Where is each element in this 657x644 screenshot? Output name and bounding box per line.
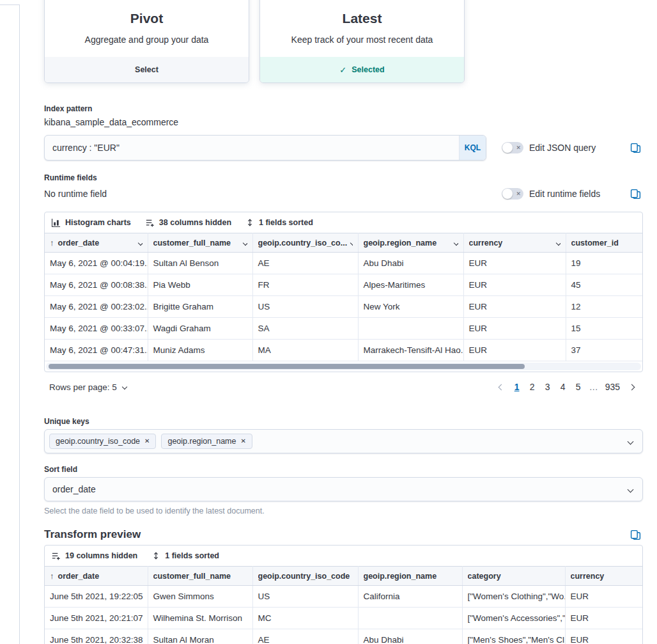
cell[interactable]: 15 xyxy=(566,318,642,340)
cell[interactable]: Muniz Adams xyxy=(148,340,252,361)
cell[interactable]: Brigitte Graham xyxy=(148,296,252,318)
cell[interactable]: AE xyxy=(252,629,358,644)
column-header-category[interactable]: category xyxy=(462,567,565,586)
cell[interactable]: May 6, 2021 @ 00:23:02... xyxy=(45,296,148,318)
chevron-down-icon[interactable] xyxy=(628,439,634,445)
cell[interactable]: EUR xyxy=(565,586,642,608)
fields-sorted-button[interactable]: 1 fields sorted xyxy=(245,218,313,227)
columns-hidden-button[interactable]: 19 columns hidden xyxy=(51,551,137,561)
cell[interactable]: May 6, 2021 @ 00:04:19... xyxy=(45,253,148,274)
cell[interactable]: EUR xyxy=(565,608,642,629)
column-header-currency[interactable]: currency xyxy=(463,233,566,253)
cell[interactable]: ["Women's Clothing","Wo... xyxy=(462,586,565,608)
cell[interactable]: US xyxy=(252,296,358,318)
cell[interactable]: Wagdi Graham xyxy=(148,318,252,340)
cell[interactable]: Pia Webb xyxy=(148,274,252,296)
cell[interactable]: May 6, 2021 @ 00:08:38... xyxy=(45,274,148,296)
cell[interactable]: EUR xyxy=(463,253,566,274)
chevron-down-icon[interactable] xyxy=(555,240,560,245)
cell[interactable]: ["Men's Shoes","Men's Cl... xyxy=(462,629,565,644)
cell[interactable]: FR xyxy=(252,274,358,296)
cell[interactable]: May 6, 2021 @ 00:47:31... xyxy=(45,340,148,361)
edit-runtime-controls: ✕ Edit runtime fields xyxy=(502,186,600,201)
cell[interactable]: EUR xyxy=(463,296,566,318)
column-header-country-iso-code[interactable]: geoip.country_iso_co... xyxy=(252,233,358,253)
kql-language-button[interactable]: KQL xyxy=(459,136,486,160)
cell[interactable]: Abu Dhabi xyxy=(358,253,463,274)
column-header-customer-full-name[interactable]: customer_full_name xyxy=(148,567,252,586)
edit-runtime-toggle[interactable]: ✕ xyxy=(502,188,523,200)
cell[interactable]: New York xyxy=(358,296,463,318)
cell[interactable]: 37 xyxy=(566,340,642,361)
cell[interactable]: Wilhemina St. Morrison xyxy=(148,608,252,629)
copy-preview-button[interactable] xyxy=(629,528,642,541)
previous-page-button[interactable] xyxy=(495,382,507,392)
cell[interactable]: EUR xyxy=(463,318,566,340)
chevron-down-icon[interactable] xyxy=(453,240,458,245)
query-input[interactable]: currency : "EUR" KQL xyxy=(44,135,486,161)
page-button-3[interactable]: 3 xyxy=(542,381,553,393)
cell[interactable]: US xyxy=(252,586,358,608)
cell[interactable]: AE xyxy=(252,253,358,274)
cell[interactable]: Marrakech-Tensift-Al Hao... xyxy=(358,340,463,361)
cell[interactable]: EUR xyxy=(463,340,566,361)
cell[interactable]: 45 xyxy=(566,274,642,296)
cell[interactable] xyxy=(358,608,462,629)
rows-per-page-button[interactable]: Rows per page: 5 xyxy=(49,382,127,392)
cell[interactable]: June 5th 2021, 20:32:38 xyxy=(45,629,148,644)
fields-sorted-button[interactable]: 1 fields sorted xyxy=(151,551,219,560)
scrollbar-thumb[interactable] xyxy=(49,364,525,369)
column-header-customer-id[interactable]: customer_id xyxy=(566,233,642,253)
page-button-935[interactable]: 935 xyxy=(603,381,622,393)
cell[interactable]: 12 xyxy=(566,296,642,318)
cell[interactable]: June 5th 2021, 20:21:07 xyxy=(45,608,148,629)
columns-hidden-button[interactable]: 38 columns hidden xyxy=(145,218,231,228)
cell[interactable]: Gwen Simmons xyxy=(148,586,252,608)
horizontal-scrollbar[interactable] xyxy=(46,363,641,370)
query-input-value[interactable]: currency : "EUR" xyxy=(45,143,459,153)
cell[interactable]: May 6, 2021 @ 00:33:07... xyxy=(45,318,148,340)
copy-query-button[interactable] xyxy=(629,141,642,154)
cell[interactable]: 19 xyxy=(566,253,642,274)
page-button-1[interactable]: 1 xyxy=(511,381,523,393)
cell[interactable]: Abu Dhabi xyxy=(358,629,462,644)
unique-keys-combobox[interactable]: geoip.country_iso_code ✕ geoip.region_na… xyxy=(44,429,643,453)
cell[interactable]: Sultan Al Moran xyxy=(148,629,252,644)
copy-runtime-button[interactable] xyxy=(629,187,642,200)
sort-field-select[interactable]: order_date xyxy=(44,477,643,501)
pivot-card[interactable]: Pivot Aggregate and group your data Sele… xyxy=(44,0,249,83)
cell[interactable]: Sultan Al Benson xyxy=(148,253,252,274)
cell[interactable]: Alpes-Maritimes xyxy=(358,274,463,296)
latest-selected-button[interactable]: ✓ Selected xyxy=(260,57,464,82)
column-header-region-name[interactable]: geoip.region_name xyxy=(358,567,462,586)
chevron-down-icon[interactable] xyxy=(137,240,142,245)
page-button-5[interactable]: 5 xyxy=(573,381,584,393)
cell[interactable]: MA xyxy=(252,340,358,361)
step-rail xyxy=(19,4,20,644)
cell[interactable]: SA xyxy=(252,318,358,340)
column-header-customer-full-name[interactable]: customer_full_name xyxy=(148,233,252,253)
remove-icon[interactable]: ✕ xyxy=(144,438,150,444)
column-header-currency[interactable]: currency xyxy=(565,567,642,586)
cell[interactable]: EUR xyxy=(565,629,642,644)
latest-card[interactable]: Latest Keep track of your most recent da… xyxy=(259,0,465,83)
page-button-4[interactable]: 4 xyxy=(557,381,569,393)
cell[interactable]: June 5th 2021, 19:22:05 xyxy=(45,586,148,608)
next-page-button[interactable] xyxy=(626,382,638,392)
cell[interactable]: California xyxy=(358,586,462,608)
column-header-order-date[interactable]: ↑ order_date xyxy=(45,233,148,253)
histogram-charts-button[interactable]: Histogram charts xyxy=(51,218,131,228)
cell[interactable] xyxy=(358,318,463,340)
column-header-order-date[interactable]: ↑ order_date xyxy=(45,567,148,586)
chevron-down-icon[interactable] xyxy=(242,240,247,245)
chevron-down-icon[interactable] xyxy=(350,240,353,245)
cell[interactable]: ["Women's Accessories","... xyxy=(462,608,565,629)
page-button-2[interactable]: 2 xyxy=(527,381,538,393)
remove-icon[interactable]: ✕ xyxy=(240,438,245,444)
column-header-country-iso-code[interactable]: geoip.country_iso_code xyxy=(252,567,358,586)
column-header-region-name[interactable]: geoip.region_name xyxy=(358,233,463,253)
edit-json-toggle[interactable]: ✕ xyxy=(502,142,523,153)
cell[interactable]: MC xyxy=(252,608,358,629)
pivot-select-button[interactable]: Select xyxy=(45,57,249,82)
cell[interactable]: EUR xyxy=(463,274,566,296)
